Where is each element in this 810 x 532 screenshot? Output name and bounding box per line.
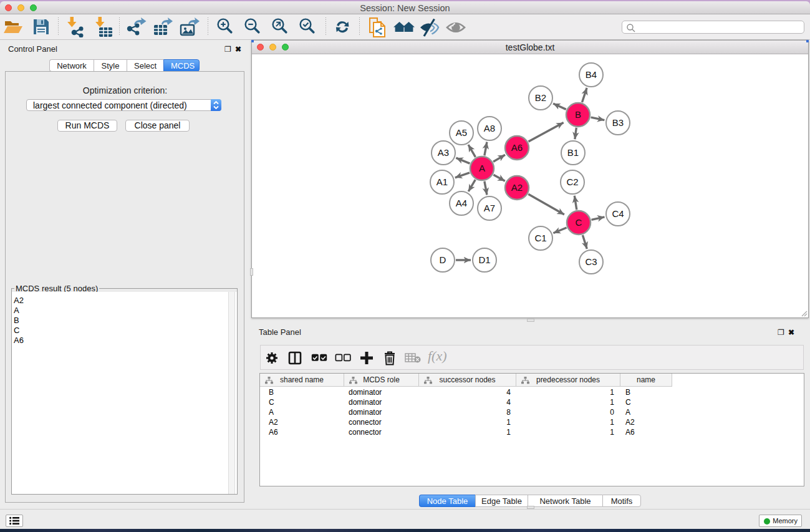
svg-text:B1: B1: [567, 147, 579, 158]
svg-text:A5: A5: [456, 127, 467, 138]
svg-text:C1: C1: [534, 233, 546, 243]
svg-text:B4: B4: [586, 69, 597, 80]
svg-text:D: D: [440, 254, 446, 265]
svg-text:C3: C3: [585, 256, 597, 267]
svg-text:A1: A1: [436, 177, 448, 187]
svg-text:A2: A2: [511, 182, 523, 193]
svg-text:C: C: [576, 217, 582, 228]
svg-text:C2: C2: [566, 177, 578, 187]
svg-text:A6: A6: [511, 142, 523, 153]
svg-text:A3: A3: [438, 147, 449, 158]
svg-text:B2: B2: [535, 92, 546, 103]
svg-text:D1: D1: [478, 254, 490, 265]
svg-text:B: B: [575, 109, 581, 120]
svg-text:A4: A4: [456, 198, 467, 208]
svg-text:C4: C4: [612, 208, 624, 219]
svg-text:A: A: [479, 163, 485, 173]
svg-text:A8: A8: [484, 123, 495, 133]
svg-text:B3: B3: [612, 117, 624, 128]
svg-text:A7: A7: [484, 203, 495, 213]
